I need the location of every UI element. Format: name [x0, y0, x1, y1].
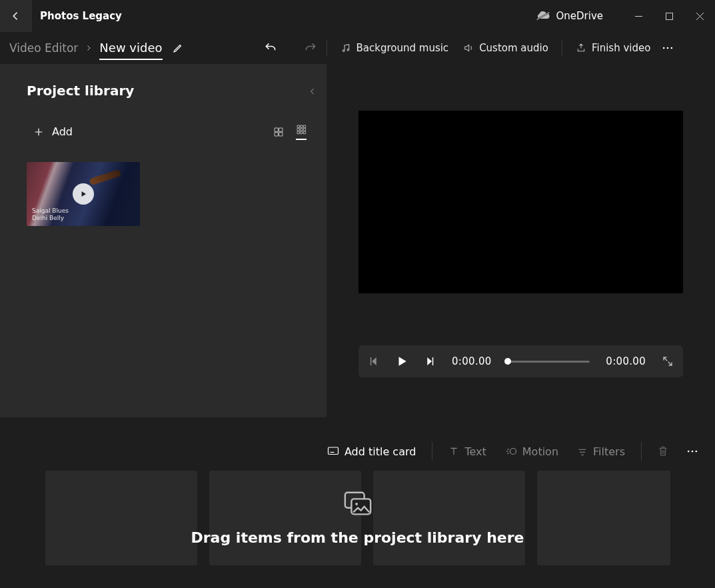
app-title: Photos Legacy	[40, 10, 122, 22]
minimize-button[interactable]	[623, 5, 654, 27]
minimize-icon	[635, 13, 642, 20]
rename-button[interactable]	[172, 42, 184, 54]
svg-rect-9	[328, 447, 338, 455]
storyboard-slot[interactable]	[209, 471, 361, 565]
storyboard-slot[interactable]	[45, 471, 197, 565]
delete-button[interactable]	[658, 445, 668, 457]
text-label: Text	[464, 445, 486, 458]
time-total: 0:00.00	[606, 355, 646, 367]
divider	[327, 39, 327, 57]
ellipsis-icon	[686, 445, 699, 458]
filters-label: Filters	[593, 445, 625, 458]
storyboard-more-button[interactable]	[686, 445, 699, 458]
svg-point-4	[663, 47, 665, 49]
grid-3-icon	[296, 124, 307, 135]
speaker-icon	[463, 43, 474, 53]
title-card-icon	[327, 446, 339, 457]
window-controls	[623, 5, 715, 27]
large-grid-view-button[interactable]	[273, 127, 284, 137]
svg-rect-3	[666, 13, 672, 19]
motion-button[interactable]: Motion	[500, 443, 564, 461]
background-music-label: Background music	[357, 42, 449, 54]
small-grid-view-button[interactable]	[296, 124, 307, 140]
filters-icon	[577, 446, 588, 457]
maximize-icon	[666, 13, 673, 20]
text-icon	[448, 446, 459, 457]
next-frame-button[interactable]	[424, 355, 436, 367]
video-preview[interactable]	[358, 111, 683, 293]
custom-audio-button[interactable]: Custom audio	[459, 39, 552, 57]
finish-video-label: Finish video	[592, 42, 650, 54]
svg-rect-8	[432, 357, 434, 365]
step-forward-icon	[424, 355, 436, 367]
command-row: Video Editor New video Background music …	[0, 32, 715, 64]
trash-icon	[658, 445, 668, 457]
filters-button[interactable]: Filters	[572, 443, 630, 461]
motion-label: Motion	[522, 445, 558, 458]
chevron-left-icon	[308, 87, 317, 96]
play-overlay-icon	[73, 183, 94, 205]
step-back-icon	[368, 355, 380, 367]
seek-bar[interactable]	[508, 361, 590, 363]
add-media-label: Add	[52, 125, 73, 138]
fullscreen-button[interactable]	[662, 355, 674, 367]
background-music-button[interactable]: Background music	[337, 39, 453, 57]
ellipsis-icon	[661, 41, 674, 55]
finish-video-button[interactable]: Finish video	[572, 39, 654, 57]
svg-point-12	[688, 451, 690, 453]
preview-panel: 0:00.00 0:00.00	[327, 64, 715, 417]
divider	[562, 39, 562, 57]
add-title-card-button[interactable]: Add title card	[322, 443, 421, 461]
redo-button[interactable]	[304, 41, 317, 55]
back-button[interactable]	[0, 0, 32, 32]
storyboard-slot[interactable]	[373, 471, 525, 565]
titlebar: Photos Legacy OneDrive	[0, 0, 715, 32]
undo-icon	[264, 41, 277, 55]
expand-icon	[662, 355, 674, 367]
undo-button[interactable]	[264, 41, 277, 55]
pencil-icon	[172, 42, 184, 54]
chevron-right-icon	[85, 44, 93, 52]
add-media-button[interactable]: Add	[27, 121, 79, 142]
svg-point-6	[671, 47, 673, 49]
breadcrumb-current[interactable]: New video	[99, 41, 162, 60]
svg-point-14	[696, 451, 698, 453]
export-icon	[576, 43, 586, 53]
text-button[interactable]: Text	[443, 443, 491, 461]
storyboard-track[interactable]: Drag items from the project library here	[0, 471, 715, 588]
onedrive-button[interactable]: OneDrive	[536, 10, 603, 22]
time-current: 0:00.00	[452, 355, 492, 367]
more-button[interactable]	[661, 41, 674, 55]
divider	[432, 442, 432, 461]
redo-icon	[304, 41, 317, 55]
grid-2-icon	[273, 127, 284, 137]
project-library-title: Project library	[27, 83, 134, 99]
motion-icon	[505, 446, 517, 457]
storyboard-toolbar: Add title card Text Motion Filters	[0, 432, 715, 471]
onedrive-label: OneDrive	[556, 10, 603, 22]
close-icon	[696, 13, 704, 20]
plus-icon	[33, 127, 44, 137]
svg-rect-7	[370, 357, 372, 365]
collapse-library-button[interactable]	[308, 87, 317, 96]
close-button[interactable]	[684, 5, 715, 27]
svg-point-5	[667, 47, 669, 49]
divider	[641, 442, 642, 461]
custom-audio-label: Custom audio	[479, 42, 548, 54]
arrow-left-icon	[10, 10, 22, 22]
svg-point-11	[510, 449, 516, 455]
play-icon	[396, 355, 408, 367]
previous-frame-button[interactable]	[368, 355, 380, 367]
maximize-button[interactable]	[654, 5, 684, 27]
cloud-off-icon	[536, 11, 550, 21]
music-icon	[341, 43, 351, 53]
svg-point-13	[692, 451, 694, 453]
add-title-card-label: Add title card	[345, 445, 416, 458]
clip-caption: Saigal Blues Delhi Belly	[32, 207, 69, 222]
storyboard-slot[interactable]	[537, 471, 670, 565]
play-button[interactable]	[396, 355, 408, 367]
library-clip[interactable]: Saigal Blues Delhi Belly	[27, 162, 140, 226]
project-library-panel: Project library Add	[0, 64, 327, 417]
transport-bar: 0:00.00 0:00.00	[358, 345, 683, 377]
breadcrumb-root[interactable]: Video Editor	[9, 41, 78, 55]
